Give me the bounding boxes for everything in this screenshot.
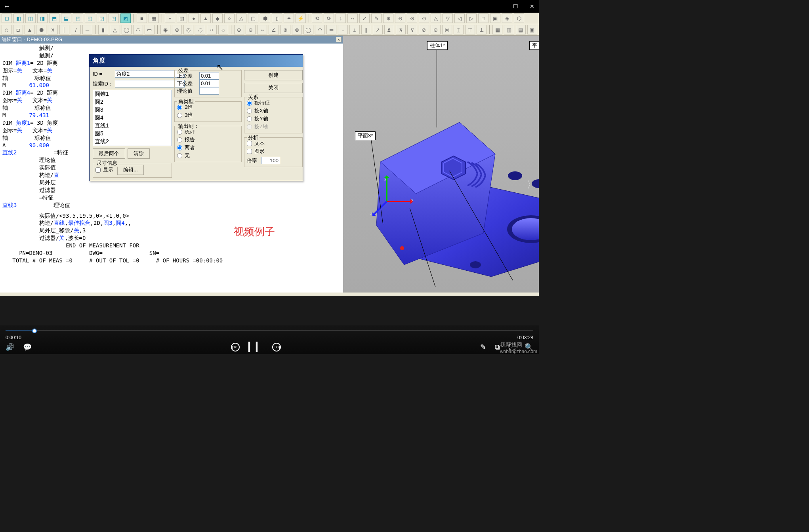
- editor-close-icon[interactable]: ×: [336, 37, 342, 42]
- tool-icon[interactable]: ⟂: [349, 25, 359, 34]
- subtitle-icon[interactable]: 💬: [23, 343, 32, 352]
- theory-input[interactable]: [199, 87, 219, 95]
- tool-icon[interactable]: │: [59, 25, 69, 34]
- tool-icon[interactable]: ◁: [454, 13, 465, 23]
- tool-icon[interactable]: ▪: [165, 13, 175, 23]
- tool-icon[interactable]: ⟳: [324, 13, 334, 23]
- tool-icon[interactable]: ⊽: [407, 25, 417, 34]
- tool-icon[interactable]: ▯: [272, 13, 282, 23]
- tool-icon[interactable]: ⊼: [396, 25, 406, 34]
- viewport-3d[interactable]: 柱体1* 平 平面3*: [343, 36, 539, 293]
- list-item[interactable]: 直线2: [93, 138, 172, 146]
- tool-icon[interactable]: ⚡: [296, 13, 306, 23]
- tool-icon[interactable]: ⊚: [280, 25, 290, 34]
- tool-icon[interactable]: /: [71, 25, 81, 34]
- mag-input[interactable]: [261, 157, 280, 164]
- cube-icon[interactable]: ◧: [13, 13, 24, 23]
- by-y-radio[interactable]: [247, 116, 252, 122]
- edit-icon[interactable]: ✎: [480, 343, 486, 352]
- close-button[interactable]: ✕: [529, 3, 536, 10]
- list-item[interactable]: 圆锥1: [93, 90, 172, 98]
- out-none-radio[interactable]: [177, 153, 182, 158]
- tool-icon[interactable]: ⊕: [383, 13, 393, 23]
- tool-icon[interactable]: ○: [207, 25, 217, 34]
- tool-icon[interactable]: ⬢: [36, 25, 46, 34]
- text-checkbox[interactable]: [247, 141, 252, 146]
- list-item[interactable]: 圆4: [93, 114, 172, 122]
- tool-icon[interactable]: ⊙: [419, 13, 429, 23]
- tool-icon[interactable]: ⊛: [172, 25, 182, 34]
- tool-icon[interactable]: ⊻: [384, 25, 394, 34]
- out-report-radio[interactable]: [177, 137, 182, 142]
- tool-icon[interactable]: ∥: [361, 25, 371, 34]
- tool-icon[interactable]: ◌: [195, 25, 205, 34]
- tool-icon[interactable]: ▷: [466, 13, 477, 23]
- cube-icon[interactable]: ◻: [2, 13, 12, 23]
- tool-icon[interactable]: ▽: [443, 13, 453, 23]
- tool-icon[interactable]: ▤: [516, 25, 526, 34]
- tool-icon[interactable]: ⊤: [465, 25, 475, 34]
- tool-icon[interactable]: ◯: [303, 25, 313, 34]
- cube-icon[interactable]: ⬒: [49, 13, 59, 23]
- tool-icon[interactable]: ◎: [183, 25, 193, 34]
- tool-icon[interactable]: ⬡: [514, 13, 524, 23]
- skip-forward-button[interactable]: 30: [272, 343, 281, 352]
- tool-icon[interactable]: ✦: [284, 13, 294, 23]
- list-item[interactable]: 直线1: [93, 122, 172, 130]
- minimize-button[interactable]: —: [495, 3, 502, 10]
- cube-icon[interactable]: ◰: [73, 13, 83, 23]
- back-button[interactable]: ←: [3, 2, 10, 11]
- out-stats-radio[interactable]: [177, 129, 182, 135]
- tool-icon[interactable]: ⋈: [442, 25, 452, 34]
- list-item[interactable]: 圆2: [93, 98, 172, 106]
- tool-icon[interactable]: △: [236, 13, 246, 23]
- tool-icon[interactable]: ✎: [371, 13, 382, 23]
- tool-icon[interactable]: ↗: [373, 25, 383, 34]
- cube-icon[interactable]: ◲: [97, 13, 107, 23]
- out-both-radio[interactable]: [177, 145, 182, 150]
- tool-icon[interactable]: ◠: [315, 25, 325, 34]
- tool-icon[interactable]: ▲: [25, 25, 34, 34]
- tool-icon[interactable]: ⊖: [246, 25, 256, 34]
- tool-icon[interactable]: ▭: [145, 25, 155, 34]
- tool-icon[interactable]: △: [110, 25, 120, 34]
- tool-icon[interactable]: ▣: [527, 25, 537, 34]
- tool-icon[interactable]: ─: [82, 25, 92, 34]
- create-button[interactable]: 创建: [244, 70, 303, 80]
- tool-icon[interactable]: ⊜: [292, 25, 302, 34]
- seek-bar[interactable]: [6, 328, 533, 334]
- mini-player-icon[interactable]: ⧉: [495, 343, 500, 352]
- clear-button[interactable]: 清除: [128, 148, 150, 159]
- tool-icon[interactable]: ⎌: [2, 25, 11, 34]
- tool-icon[interactable]: ⊗: [407, 13, 417, 23]
- tool-icon[interactable]: ⤭: [48, 25, 58, 34]
- tool-icon[interactable]: ▮: [98, 25, 108, 34]
- tool-icon[interactable]: ▣: [490, 13, 500, 23]
- render-solid-icon[interactable]: ■: [137, 13, 147, 23]
- maximize-button[interactable]: ☐: [512, 3, 519, 10]
- feature-listbox[interactable]: 圆锥1圆2圆3圆4直线1圆5直线2直线3: [93, 90, 172, 146]
- cube-icon[interactable]: ◨: [37, 13, 48, 23]
- last-two-button[interactable]: 最后两个: [93, 148, 125, 159]
- render-grid-icon[interactable]: ▦: [149, 13, 159, 23]
- lower-tol-input[interactable]: [199, 80, 219, 87]
- graph-checkbox[interactable]: [247, 149, 252, 154]
- list-item[interactable]: 圆5: [93, 130, 172, 138]
- tool-icon[interactable]: ⬢: [260, 13, 270, 23]
- close-dialog-button[interactable]: 关闭: [244, 83, 303, 93]
- volume-icon[interactable]: 🔊: [6, 343, 14, 352]
- cube-iso-icon[interactable]: ◩: [120, 13, 131, 23]
- tool-icon[interactable]: ◈: [502, 13, 512, 23]
- cube-icon[interactable]: ◫: [25, 13, 36, 23]
- tool-icon[interactable]: ▥: [504, 25, 514, 34]
- cube-icon[interactable]: ◳: [109, 13, 119, 23]
- tool-icon[interactable]: ↔: [257, 25, 267, 34]
- tool-icon[interactable]: ⊥: [477, 25, 487, 34]
- cube-icon[interactable]: ⬓: [61, 13, 71, 23]
- tool-icon[interactable]: ↔: [347, 13, 358, 23]
- by-x-radio[interactable]: [247, 108, 252, 114]
- tool-icon[interactable]: ⬭: [133, 25, 143, 34]
- tool-icon[interactable]: ⤢: [359, 13, 370, 23]
- tool-icon[interactable]: ◘: [13, 25, 23, 34]
- tool-icon[interactable]: ⊖: [395, 13, 405, 23]
